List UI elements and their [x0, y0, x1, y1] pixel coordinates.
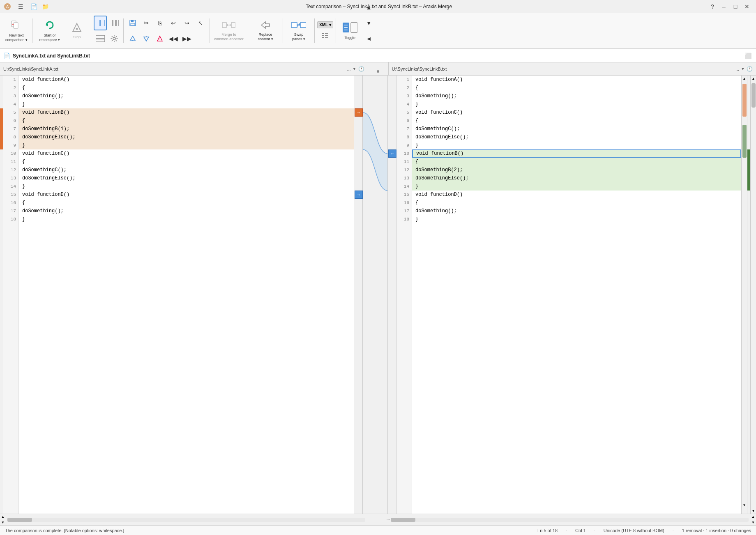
status-sep3: ·: [673, 528, 674, 533]
gutter-empty-2: [0, 149, 3, 191]
svg-rect-3: [14, 23, 18, 28]
sep7: [314, 18, 315, 43]
start-recompare-button[interactable]: Start orrecompare ▾: [35, 15, 65, 46]
right-path-clock[interactable]: 🕐: [747, 66, 753, 72]
view-horiz-button[interactable]: [94, 31, 107, 46]
nav-up-button[interactable]: ▲: [363, 0, 375, 15]
left-path-dots[interactable]: ...: [347, 67, 350, 71]
redo-button[interactable]: ↪: [180, 16, 194, 30]
scroll-left-up-btn[interactable]: ▲: [0, 514, 6, 520]
settings-svg: [111, 35, 118, 42]
right-path-arrow[interactable]: ▼: [741, 67, 745, 71]
next-diff-button[interactable]: ▶▶: [180, 31, 194, 46]
swap-panes-button[interactable]: Swappanes ▾: [286, 15, 312, 46]
gutter-empty-1: [0, 76, 3, 108]
copy-right-diff2-button[interactable]: →: [355, 191, 363, 199]
gutter-changed: [0, 108, 3, 149]
down-diff-svg: [143, 35, 150, 42]
copy-right-diff1-button[interactable]: →: [355, 108, 363, 117]
main-right-scrollbar[interactable]: ▲ ▼: [750, 76, 756, 514]
toggle-button[interactable]: Toggle: [339, 15, 362, 46]
svg-text:+: +: [12, 23, 14, 26]
new-comparison-icon: +: [11, 19, 22, 32]
new-comparison-label: New textcomparison ▾: [5, 33, 28, 42]
app-icon: A: [3, 2, 12, 11]
right-line-num-1: 1: [396, 76, 412, 84]
new-text-comparison-button[interactable]: + New textcomparison ▾: [3, 15, 30, 46]
merge-ancestor-label: Merge tocommon ancestor: [214, 32, 244, 41]
cut-button[interactable]: ✂: [140, 16, 153, 30]
left-line-num-10: 10: [3, 149, 18, 158]
right-path-dots[interactable]: ...: [735, 67, 739, 71]
conflict-svg: !: [157, 35, 163, 42]
h-scrollbar-left[interactable]: [7, 518, 365, 522]
maximize-button[interactable]: □: [730, 1, 741, 12]
panes-content: 123456789101112131415161718 void functio…: [0, 76, 756, 514]
up-diff-button[interactable]: [126, 31, 139, 46]
scroll-right-down-btn[interactable]: ▼: [750, 520, 756, 526]
conflict-button[interactable]: !: [153, 31, 166, 46]
left-line-num-13: 13: [3, 174, 18, 182]
undo-button[interactable]: ↩: [167, 16, 180, 30]
save-button[interactable]: [126, 16, 139, 30]
h-scrollbar-right[interactable]: [391, 518, 749, 522]
right-code-line-17: doSomething();: [412, 207, 741, 215]
minimize-button[interactable]: –: [718, 1, 730, 12]
bottom-left-arrows: ▲ ▼: [0, 514, 6, 526]
left-code-content[interactable]: void functionA(){ doSomething();}void fu…: [19, 76, 354, 514]
menu-button[interactable]: ☰: [15, 1, 26, 12]
right-line-num-11: 11: [396, 158, 412, 166]
scroll-left-down-btn[interactable]: ▼: [0, 520, 6, 526]
svg-rect-10: [110, 20, 112, 26]
copy-button[interactable]: ⎘: [153, 16, 166, 30]
view-3pane-svg: [110, 20, 119, 26]
replace-content-button[interactable]: Replacecontent ▾: [251, 15, 280, 46]
view-3pane-button[interactable]: [108, 16, 121, 30]
nav-down-button[interactable]: ▼: [363, 16, 375, 30]
svg-rect-12: [116, 20, 119, 26]
main-scroll-thumb: [751, 83, 756, 108]
help-button[interactable]: ?: [707, 1, 718, 12]
prev-diff-button[interactable]: ◀◀: [167, 31, 180, 46]
toggle-icon: [343, 22, 357, 35]
recompare-svg: [44, 19, 55, 31]
left-path-arrow[interactable]: ▼: [353, 67, 357, 71]
maximize-pane-button[interactable]: ⬜: [743, 51, 753, 61]
main-scroll-up[interactable]: ▲: [751, 76, 756, 81]
view-2pane-button[interactable]: [94, 16, 107, 30]
left-line-num-11: 11: [3, 158, 18, 166]
stop-button[interactable]: ■ Stop: [65, 15, 88, 46]
main-scroll-down[interactable]: ▼: [751, 508, 756, 514]
left-path-clock[interactable]: 🕐: [358, 66, 364, 72]
left-code-line-13: doSomethingElse();: [19, 174, 354, 182]
right-code-content[interactable]: void functionA(){ doSomething();}void fu…: [412, 76, 741, 514]
scroll-down-btn[interactable]: ▼: [742, 502, 747, 508]
left-line-num-18: 18: [3, 215, 18, 223]
scroll-up-btn[interactable]: ▲: [742, 76, 747, 81]
merge-ancestor-button[interactable]: Merge tocommon ancestor: [212, 15, 245, 46]
left-line-num-15: 15: [3, 191, 18, 199]
scroll-right-up-btn[interactable]: ▲: [750, 514, 756, 520]
right-line-numbers: 123456789101112131415161718: [396, 76, 412, 514]
new-file-button[interactable]: 📄: [28, 1, 39, 12]
right-gutter-empty: [747, 76, 750, 149]
copy-left-diff1-button[interactable]: ←: [388, 149, 396, 158]
right-line-num-13: 13: [396, 174, 412, 182]
right-scrollbar[interactable]: ▲ ▼: [741, 76, 747, 514]
settings-button[interactable]: [108, 31, 121, 46]
nav-left-button[interactable]: ◄: [363, 31, 375, 46]
left-code-line-11: {: [19, 158, 354, 166]
xml-expand-button[interactable]: [319, 29, 331, 41]
svg-text:■: ■: [76, 27, 78, 31]
status-sep2: ·: [594, 528, 595, 533]
left-code-line-7: doSomethingB(1);: [19, 125, 354, 133]
left-code-line-1: void functionA(): [19, 76, 354, 84]
stop-label: Stop: [73, 35, 81, 39]
tab-title: SyncLinkA.txt and SyncLinkB.txt: [13, 53, 90, 59]
xml-dropdown[interactable]: XML ▾: [317, 21, 333, 28]
down-diff-button[interactable]: [140, 31, 153, 46]
svg-rect-32: [300, 23, 306, 28]
pointer-button[interactable]: ↖: [194, 16, 207, 30]
open-file-button[interactable]: 📁: [39, 1, 51, 12]
close-button[interactable]: ✕: [741, 1, 753, 12]
